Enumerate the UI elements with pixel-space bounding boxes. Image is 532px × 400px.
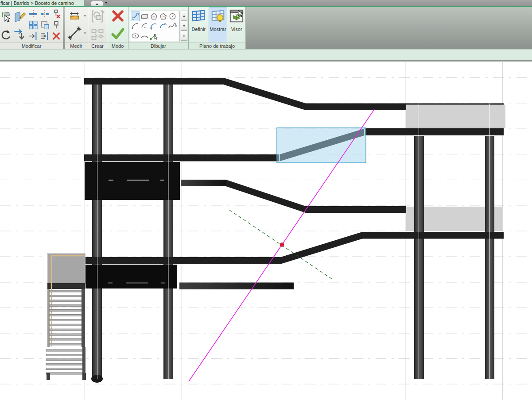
stair-treads-upper[interactable]: [50, 329, 82, 331]
stair-treads-upper[interactable]: [50, 338, 82, 340]
scroll-expand-icon[interactable]: ⇟: [181, 31, 187, 41]
panel-label-dibujar[interactable]: Dibujar: [128, 42, 188, 50]
stair-post-left: [47, 373, 50, 380]
delete-icon[interactable]: [50, 31, 62, 42]
draw-polygon-inscribed-icon[interactable]: [149, 12, 159, 21]
draw-arc-center-icon[interactable]: [140, 21, 149, 31]
ramp-lower[interactable]: [281, 232, 362, 264]
stair-treads-upper[interactable]: [50, 310, 82, 312]
panel-medir: ▾ ▾ Medir: [65, 7, 88, 50]
slab-level6-left[interactable]: [84, 257, 281, 264]
unpin-icon[interactable]: [50, 8, 62, 19]
stair-left-rail[interactable]: [47, 289, 50, 347]
slab-mid-stub[interactable]: [181, 180, 226, 186]
draw-pick-lines-icon[interactable]: [149, 31, 159, 41]
measure-ruler-icon[interactable]: [66, 10, 83, 22]
pin-icon[interactable]: [50, 19, 62, 31]
stair-treads-lower[interactable]: [46, 363, 84, 365]
draw-ellipse-partial-icon[interactable]: [140, 31, 149, 41]
draw-arc-start-end-icon[interactable]: [131, 21, 140, 31]
stair-treads-upper[interactable]: [50, 319, 82, 321]
slab-top-left[interactable]: [84, 78, 224, 85]
stair-treads-lower[interactable]: [46, 368, 84, 370]
panel-plano-de-trabajo: Definir Mostrar Visor Plano de trabajo: [189, 7, 246, 50]
draw-rectangle-icon[interactable]: [140, 12, 149, 21]
panel-label-plano-de-trabajo[interactable]: Plano de trabajo: [189, 42, 245, 50]
black-wall-upper[interactable]: [85, 162, 180, 200]
modify-select-icon[interactable]: [0, 8, 12, 26]
stair-treads-upper[interactable]: [50, 290, 82, 292]
draw-ellipse-icon[interactable]: [131, 31, 140, 41]
stair-landing[interactable]: [47, 254, 85, 283]
draw-spline-icon[interactable]: [168, 21, 177, 31]
stair-treads-upper[interactable]: [50, 295, 82, 297]
stair-treads-upper[interactable]: [50, 324, 82, 326]
definir-workplane-icon: [191, 8, 206, 26]
stair-treads-upper[interactable]: [50, 300, 82, 302]
stair-treads-upper[interactable]: [50, 305, 82, 307]
create-similar-icon[interactable]: [90, 26, 105, 42]
finish-sketch-icon[interactable]: [110, 26, 125, 41]
copy-icon[interactable]: [39, 19, 50, 31]
slab-level5b-right[interactable]: [362, 232, 504, 239]
stair-treads-lower[interactable]: [46, 359, 84, 361]
black-wall-lower[interactable]: [85, 265, 177, 288]
stair-landing-edge[interactable]: [47, 283, 85, 289]
options-bar: [0, 49, 532, 61]
cancel-sketch-icon[interactable]: [110, 8, 125, 23]
scroll-down-icon[interactable]: ▼: [181, 21, 187, 31]
gray-box-upper[interactable]: [406, 105, 505, 128]
rotate-icon[interactable]: [0, 28, 12, 42]
stair-treads-lower[interactable]: [46, 350, 84, 351]
move-icon[interactable]: [12, 27, 27, 42]
stair-treads-upper[interactable]: [50, 334, 82, 335]
cut-geometry-icon[interactable]: [39, 8, 50, 19]
slab-bottom-stub[interactable]: [179, 283, 294, 290]
ribbon-collapse-caret-icon[interactable]: ▼: [105, 1, 108, 4]
draw-circle-icon[interactable]: [168, 12, 177, 21]
draw-polygon-circumscribed-icon[interactable]: [159, 12, 168, 21]
selection-box: [277, 128, 366, 163]
align-icon[interactable]: [27, 31, 39, 42]
mostrar-button[interactable]: Mostrar: [209, 8, 228, 43]
panel-modificar: Modificar: [0, 7, 63, 50]
create-group-icon[interactable]: [90, 8, 105, 24]
stair-treads-upper[interactable]: [50, 315, 82, 316]
measure-ruler-dropdown-icon[interactable]: ▾: [84, 14, 86, 18]
path-midpoint: [280, 243, 283, 246]
tab-modificar-barrido-boceto[interactable]: ficar | Barrido > Boceto de camino: [0, 0, 85, 6]
panel-label-modo[interactable]: Modo: [107, 42, 128, 50]
draw-arc-fillet-icon[interactable]: [159, 21, 168, 31]
draw-tool-grid: [130, 11, 180, 42]
definir-label: Definir: [191, 27, 206, 32]
stair-treads-upper[interactable]: [50, 343, 82, 345]
stair-right-rail-upper[interactable]: [82, 289, 85, 347]
measure-between-icon[interactable]: [66, 25, 83, 41]
draw-arc-tangent-icon[interactable]: [149, 21, 159, 31]
stair-treads-lower[interactable]: [46, 373, 84, 374]
visor-button[interactable]: Visor: [228, 8, 245, 43]
cope-icon[interactable]: [27, 8, 39, 19]
slab-level4-left[interactable]: [84, 154, 280, 162]
ramp-middle[interactable]: [226, 180, 306, 213]
edit-geometry-icon[interactable]: [13, 8, 27, 26]
ramp-top[interactable]: [224, 78, 306, 110]
slab-level5-right[interactable]: [306, 206, 406, 213]
draw-line-icon[interactable]: [131, 12, 140, 21]
scroll-up-icon[interactable]: ▲: [181, 11, 187, 21]
drawing-canvas[interactable]: [0, 62, 532, 400]
measure-between-dropdown-icon[interactable]: ▾: [84, 31, 86, 35]
definir-button[interactable]: Definir: [189, 8, 208, 43]
slab-level3-right[interactable]: [365, 128, 504, 135]
panel-label-modificar[interactable]: Modificar: [0, 42, 63, 50]
multi-align-icon[interactable]: [39, 31, 50, 42]
panel-crear: Crear: [88, 7, 107, 50]
panel-label-medir[interactable]: Medir: [65, 42, 88, 50]
panel-modo: Modo: [107, 7, 128, 50]
stair-treads-lower[interactable]: [46, 354, 84, 356]
panel-label-crear[interactable]: Crear: [88, 42, 107, 50]
ribbon-collapse-button[interactable]: ▲: [91, 1, 103, 7]
join-icon[interactable]: [27, 19, 39, 31]
modify-tool-grid: [27, 8, 62, 42]
draw-tool-scroll: ▲ ▼ ⇟: [181, 11, 187, 41]
